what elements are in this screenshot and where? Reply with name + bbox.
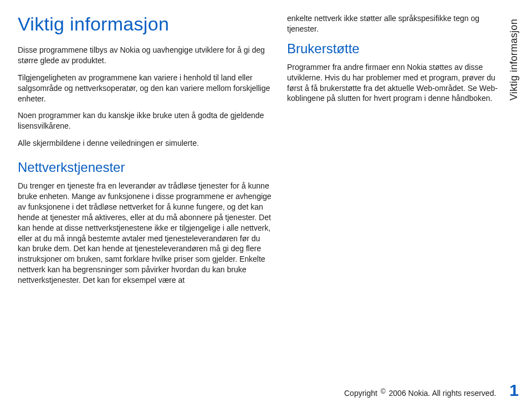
section-heading-brukerstotte: Brukerstøtte	[287, 41, 499, 57]
column-left: Viktig informasjon Disse programmene til…	[18, 13, 274, 399]
copyright-post: 2006 Nokia. All rights reserved.	[387, 389, 497, 398]
brukerstotte-para: Programmer fra andre firmaer enn Nokia s…	[287, 62, 499, 104]
intro-para-3: Noen programmer kan du kanskje ikke bruk…	[18, 110, 274, 131]
intro-para-4: Alle skjermbildene i denne veiledningen …	[18, 138, 274, 149]
page-footer: Copyright 2006 Nokia. All rights reserve…	[344, 382, 519, 399]
page-title: Viktig informasjon	[18, 13, 274, 35]
section-heading-nettverkstjenester: Nettverkstjenester	[18, 160, 274, 175]
column-right: enkelte nettverk ikke støtter alle språk…	[287, 13, 519, 399]
copyright-pre: Copyright	[344, 389, 380, 398]
column-right-inner: enkelte nettverk ikke støtter alle språk…	[287, 13, 519, 110]
page-body: Viktig informasjon Disse programmene til…	[18, 13, 519, 399]
intro-para-2: Tilgjengeligheten av programmene kan var…	[18, 73, 274, 104]
nettverkstjenester-para: Du trenger en tjeneste fra en leverandør…	[18, 181, 274, 286]
sidebar-section-label: Viktig informasjon	[508, 19, 520, 100]
intro-para-1: Disse programmene tilbys av Nokia og uav…	[18, 45, 274, 66]
page-number: 1	[509, 382, 519, 399]
continuation-para: enkelte nettverk ikke støtter alle språk…	[287, 13, 499, 34]
copyright-icon	[380, 389, 387, 398]
copyright-text: Copyright 2006 Nokia. All rights reserve…	[344, 389, 496, 398]
